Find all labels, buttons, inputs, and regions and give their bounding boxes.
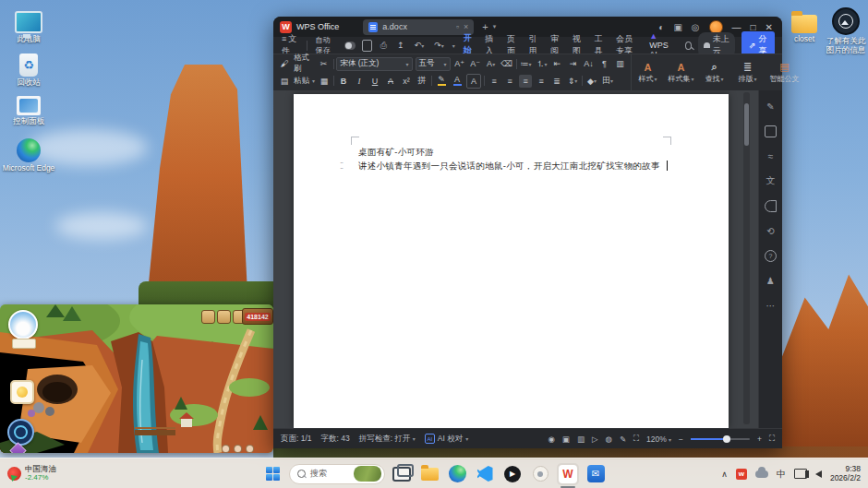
document-area[interactable]: ⁚⁚ 桌面有矿-小可环游 讲述小镇青年遇到一只会说话的地鼠-小可，开启大江南北挖… <box>273 90 758 428</box>
minimize-button[interactable]: — <box>732 22 741 32</box>
decrease-font-icon[interactable]: A⁻ <box>469 57 482 70</box>
desktop-icon-control-panel[interactable]: 控制面板 <box>2 96 55 126</box>
underline-button[interactable]: U <box>368 75 381 88</box>
layout-switch-icon[interactable]: ▣ <box>673 22 681 32</box>
mail-button[interactable]: ✉ <box>585 463 607 485</box>
align-center-button[interactable]: ≡ <box>503 75 516 88</box>
columns-icon[interactable]: ▥ <box>614 57 627 70</box>
fit-page-icon[interactable]: ⛶ <box>633 434 639 444</box>
zoom-level[interactable]: 120% ▾ <box>646 434 671 444</box>
find-button[interactable]: ⌕ 查找▾ <box>698 54 731 90</box>
more-quick-icon[interactable]: ▾ <box>452 42 455 49</box>
game-window[interactable]: 418142 <box>0 304 273 453</box>
tab-pin-icon[interactable]: ▫ <box>456 22 459 31</box>
line-spacing-button[interactable]: ⇕▾ <box>566 75 579 88</box>
task-view-button[interactable] <box>391 463 413 485</box>
cloud-sync-tray-icon[interactable] <box>755 470 768 478</box>
distribute-button[interactable]: ≣ <box>550 75 563 88</box>
autosave-toggle[interactable] <box>344 42 356 50</box>
sort-icon[interactable]: A↓ <box>583 57 596 70</box>
word-count[interactable]: 字数: 43 <box>321 434 350 445</box>
taskbar-search[interactable]: 搜索 <box>289 464 385 484</box>
tab-close-icon[interactable]: × <box>464 22 468 31</box>
hidden-icons-chevron[interactable]: ∧ <box>721 470 728 479</box>
wps-taskbar-button[interactable]: W <box>557 463 579 485</box>
game-inventory-icons[interactable] <box>201 310 247 324</box>
search-icon[interactable] <box>685 42 692 50</box>
game-map-button[interactable] <box>7 419 34 446</box>
autoplay-icon[interactable]: ▷ <box>592 434 598 444</box>
bullet-list-icon[interactable]: ≔▾ <box>520 57 533 70</box>
wps-tray-icon[interactable]: w <box>736 469 747 480</box>
more-tools-icon[interactable]: ⋯ <box>765 299 778 312</box>
doc-text-line-2[interactable]: 讲述小镇青年遇到一只会说话的地鼠-小可，开启大江南北挖矿找宝物的故事 <box>358 161 660 173</box>
page-indicator[interactable]: 页面: 1/1 <box>281 434 312 445</box>
spellcheck-status[interactable]: 拼写检查: 打开 ▾ <box>359 434 416 445</box>
char-shading-button[interactable]: A <box>466 74 481 89</box>
print-icon[interactable]: ⎙ <box>379 41 389 51</box>
assistant-icon[interactable]: ♟ <box>765 274 778 287</box>
bold-button[interactable]: B <box>337 75 350 88</box>
vertical-scrollbar[interactable] <box>743 92 750 424</box>
align-left-button[interactable]: ≡ <box>488 75 500 88</box>
document-tab[interactable]: a.docx ▫ × <box>363 19 474 35</box>
highlight-color-button[interactable]: ✎ <box>435 75 448 88</box>
cut-icon[interactable]: ✂ <box>318 57 331 70</box>
doc-text-line-1[interactable]: 桌面有矿-小可环游 <box>358 147 434 159</box>
paste-icon[interactable]: ▤ <box>278 75 291 88</box>
shading-color-button[interactable]: ◆▾ <box>585 75 598 88</box>
paragraph-mark-icon[interactable]: ¶ <box>598 57 611 70</box>
numbered-list-icon[interactable]: ⒈▾ <box>536 57 549 70</box>
font-color-button[interactable]: A <box>451 75 464 88</box>
zoom-in-button[interactable]: + <box>757 434 762 444</box>
superscript-button[interactable]: x² <box>400 75 413 88</box>
indent-icon[interactable]: ⇥ <box>567 57 580 70</box>
input-method-indicator[interactable]: 中 <box>777 468 786 481</box>
theme-skin-icon[interactable]: ◐ <box>658 22 664 32</box>
redo-icon[interactable]: ↷▾ <box>432 41 446 50</box>
eye-protect-icon[interactable]: ◉ <box>548 434 554 444</box>
media-player-button[interactable]: ▶ <box>501 463 524 485</box>
fullscreen-icon[interactable]: ⛶ <box>769 434 775 444</box>
ai-proofread[interactable]: AI AI 校对▾ <box>425 434 468 445</box>
borders-button[interactable]: 田▾ <box>601 75 614 88</box>
game-item-icon[interactable] <box>217 310 231 324</box>
document-page[interactable]: ⁚⁚ 桌面有矿-小可环游 讲述小镇青年遇到一只会说话的地鼠-小可，开启大江南北挖… <box>294 94 729 428</box>
desktop-icon-this-pc[interactable]: 此电脑 <box>2 11 55 44</box>
game-item-icon[interactable] <box>201 310 215 324</box>
desktop-icon-recycle-bin[interactable]: ♻ 回收站 <box>2 54 55 88</box>
text-effects-icon[interactable]: A▾ <box>485 57 498 70</box>
pinyin-button[interactable]: 拼 <box>416 75 428 88</box>
page-view-icon[interactable]: ▣ <box>562 434 570 444</box>
align-justify-button[interactable]: ≡ <box>519 75 532 88</box>
pen-mode-icon[interactable]: ✎ <box>620 434 626 444</box>
volume-icon[interactable] <box>815 470 822 478</box>
font-size-select[interactable]: 五号▾ <box>416 57 451 71</box>
web-view-icon[interactable]: ◍ <box>605 434 611 444</box>
strikethrough-button[interactable]: A <box>384 75 397 88</box>
paragraph-drag-handle[interactable]: ⁚⁚ <box>340 162 343 171</box>
format-painter-icon[interactable]: 🖌 <box>278 57 291 70</box>
game-bottom-buttons[interactable] <box>222 445 254 453</box>
desktop-icon-picture-info[interactable]: 了解有关此图片的信息 <box>824 7 868 55</box>
taskbar-clock[interactable]: 9:38 2026/2/2 <box>830 465 861 483</box>
proofread-icon[interactable]: ≈ <box>765 149 778 162</box>
edge-button[interactable] <box>446 463 468 485</box>
history-icon[interactable]: ⟲ <box>765 224 778 237</box>
desktop-icon-edge[interactable]: Microsoft Edge <box>2 138 55 173</box>
clear-format-icon[interactable]: ⌫ <box>500 57 513 70</box>
undo-icon[interactable]: ↶▾ <box>413 41 427 50</box>
outdent-icon[interactable]: ⇤ <box>551 57 564 70</box>
taskbar-stock-widget[interactable]: 中国海油 -2.47% <box>0 465 146 482</box>
zoom-slider[interactable] <box>691 438 750 440</box>
style-set-button[interactable]: A 样式集▾ <box>665 54 698 90</box>
game-item-button[interactable] <box>10 380 34 404</box>
vscode-button[interactable] <box>474 463 496 485</box>
align-right-button[interactable]: ≡ <box>535 75 548 88</box>
styles-button[interactable]: A 样式▾ <box>632 54 665 90</box>
font-name-select[interactable]: 宋体 (正文)▾ <box>336 57 412 71</box>
tab-list-chevron-icon[interactable]: ▾ <box>493 23 497 30</box>
scrollbar-thumb[interactable] <box>744 103 749 146</box>
start-button[interactable] <box>261 463 283 485</box>
new-tab-button[interactable]: + <box>482 21 488 32</box>
